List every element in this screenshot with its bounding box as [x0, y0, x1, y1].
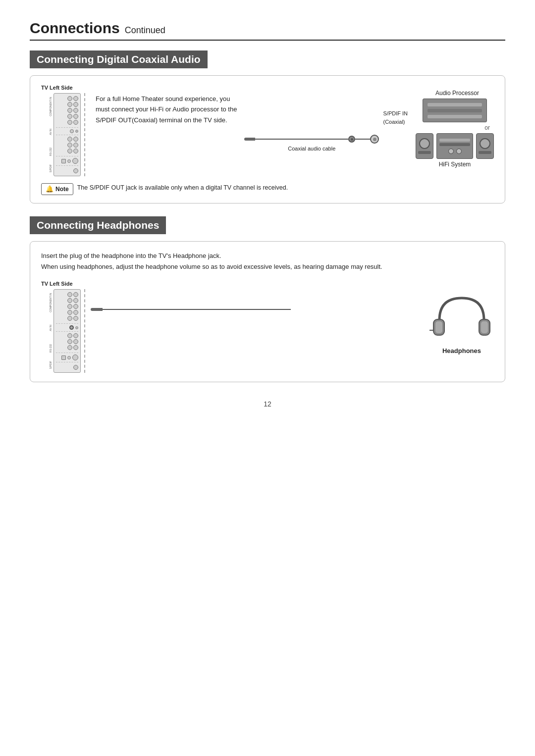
section1-header: Connecting Digital Coaxial Audio — [30, 50, 208, 68]
or-text: or — [484, 124, 494, 131]
section2-box: Insert the plug of the headphone into th… — [30, 241, 505, 383]
tv-left-side-label-1: TV Left Side — [41, 85, 86, 91]
headphone-icon-area: Headphones — [429, 291, 494, 354]
svg-rect-1 — [435, 321, 442, 333]
note-icon: 🔔 — [46, 184, 54, 194]
note-badge: 🔔 Note — [41, 183, 73, 195]
spdif-in-label: S/PDIF IN(Coaxial) — [383, 109, 408, 126]
tv-panel-coaxial: TV Left Side COMPONENT IN AV IN RS-232 S… — [41, 85, 86, 176]
section2-header: Connecting Headphones — [30, 216, 166, 234]
page-title: Connections Continued — [30, 20, 505, 41]
section-digital-coaxial: Connecting Digital Coaxial Audio TV Left… — [30, 50, 505, 203]
tv-left-side-label-2: TV Left Side — [41, 281, 86, 287]
spdif-label-panel: S/PDIF — [50, 164, 53, 172]
hifi-unit — [436, 133, 473, 159]
av-in-label: AV IN — [50, 129, 53, 135]
page-number: 12 — [30, 400, 505, 408]
component-in-label: COMPONENT IN — [50, 97, 53, 116]
rs232-label-2: RS-232 — [50, 344, 53, 353]
note-row: 🔔 Note The S/PDIF OUT jack is available … — [41, 183, 494, 195]
section1-box: TV Left Side COMPONENT IN AV IN RS-232 S… — [30, 75, 505, 203]
coaxial-description: For a full Home Theater sound experience… — [96, 94, 239, 125]
note-text: The S/PDIF OUT jack is available only wh… — [77, 183, 288, 193]
tv-panel-headphones: TV Left Side COMPONENT IN AV IN RS-232 S… — [41, 281, 86, 373]
svg-rect-3 — [481, 321, 488, 333]
headphone-label: Headphones — [442, 347, 481, 354]
av-in-label-2: AV IN — [50, 325, 53, 331]
speaker-left — [416, 133, 433, 159]
rs232-label: RS-232 — [50, 148, 53, 156]
hifi-system-label: HiFi System — [439, 161, 471, 168]
spdif-label-panel-2: S/PDIF — [50, 361, 53, 369]
section-headphones: Connecting Headphones Insert the plug of… — [30, 216, 505, 383]
cable-label: Coaxial audio cable — [288, 146, 335, 151]
headphones-desc: Insert the plug of the headphone into th… — [41, 251, 494, 273]
audio-processor-device — [423, 99, 487, 122]
speaker-right — [476, 133, 494, 159]
headphone-svg — [429, 291, 494, 345]
audio-processor-label: Audio Processor — [435, 90, 479, 97]
component-in-label-2: COMPONENT IN — [50, 293, 53, 312]
